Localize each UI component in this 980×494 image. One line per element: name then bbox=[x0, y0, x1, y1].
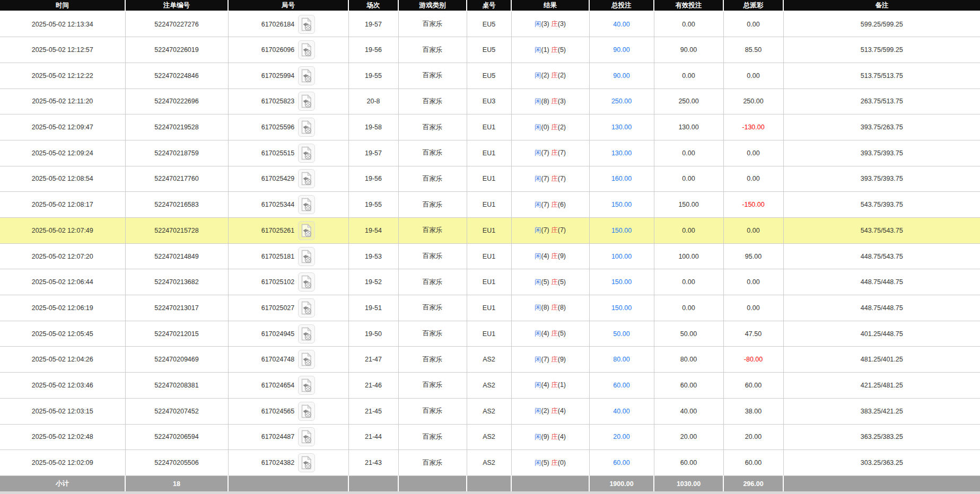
banker-result-value: (0) bbox=[558, 459, 566, 466]
table-row[interactable]: 2025-05-02 12:05:45 522470212015 6170249… bbox=[0, 321, 980, 347]
total-payout-cell: 47.50 bbox=[723, 321, 783, 347]
table-row[interactable]: 2025-05-02 12:07:49 522470215728 6170252… bbox=[0, 218, 980, 244]
video-playback-button[interactable] bbox=[298, 15, 315, 34]
video-playback-button[interactable] bbox=[298, 118, 315, 137]
round-id-cell: 617025823 bbox=[228, 89, 348, 114]
table-row[interactable]: 2025-05-02 12:12:57 522470226019 6170260… bbox=[0, 37, 980, 63]
game-type-cell: 百家乐 bbox=[398, 398, 467, 424]
video-playback-button[interactable] bbox=[298, 350, 315, 369]
subtotal-empty-cell bbox=[398, 475, 467, 491]
valid-bet-cell: 0.00 bbox=[654, 63, 723, 89]
round-id-value: 617026096 bbox=[261, 46, 295, 54]
video-playback-button[interactable] bbox=[298, 402, 315, 421]
total-bet-link[interactable]: 130.00 bbox=[611, 149, 632, 157]
col-header-total-bet: 总投注 bbox=[589, 0, 654, 11]
result-cell: 闲(7) 庄(6) bbox=[511, 192, 589, 218]
total-bet-link[interactable]: 150.00 bbox=[611, 278, 632, 286]
video-playback-button[interactable] bbox=[298, 195, 315, 214]
banker-result-value: (8) bbox=[558, 304, 566, 311]
video-playback-icon bbox=[301, 43, 312, 57]
banker-result-label: 庄 bbox=[551, 304, 558, 311]
total-bet-link[interactable]: 150.00 bbox=[611, 304, 632, 312]
table-row[interactable]: 2025-05-02 12:06:19 522470213017 6170250… bbox=[0, 295, 980, 321]
total-bet-link[interactable]: 90.00 bbox=[613, 72, 629, 80]
total-bet-link[interactable]: 150.00 bbox=[611, 227, 632, 234]
player-result-label: 闲 bbox=[535, 46, 541, 54]
valid-bet-cell: 130.00 bbox=[654, 114, 723, 140]
total-bet-link[interactable]: 80.00 bbox=[613, 356, 629, 363]
table-body: 2025-05-02 12:13:34 522470227276 6170261… bbox=[0, 11, 980, 475]
player-result-value: (7) bbox=[541, 201, 549, 208]
video-playback-button[interactable] bbox=[298, 453, 315, 472]
total-bet-link[interactable]: 160.00 bbox=[611, 175, 632, 182]
player-result-label: 闲 bbox=[535, 149, 541, 156]
table-row[interactable]: 2025-05-02 12:03:15 522470207452 6170245… bbox=[0, 398, 980, 424]
table-row[interactable]: 2025-05-02 12:04:26 522470209469 6170247… bbox=[0, 347, 980, 373]
bet-id-cell: 522470216583 bbox=[125, 192, 228, 218]
remark-cell: 513.75/513.75 bbox=[783, 63, 980, 89]
total-bet-link[interactable]: 20.00 bbox=[613, 433, 629, 440]
banker-result-label: 庄 bbox=[551, 459, 558, 466]
table-row[interactable]: 2025-05-02 12:06:44 522470213682 6170251… bbox=[0, 269, 980, 295]
total-bet-link[interactable]: 60.00 bbox=[613, 459, 629, 466]
total-bet-link[interactable]: 150.00 bbox=[611, 201, 632, 208]
table-row[interactable]: 2025-05-02 12:13:34 522470227276 6170261… bbox=[0, 11, 980, 37]
video-playback-button[interactable] bbox=[298, 427, 315, 446]
round-id-cell: 617025344 bbox=[228, 192, 348, 218]
table-row[interactable]: 2025-05-02 12:12:22 522470224846 6170259… bbox=[0, 63, 980, 89]
remark-cell: 421.25/481.25 bbox=[783, 373, 980, 399]
remark-cell: 363.25/383.25 bbox=[783, 424, 980, 450]
video-playback-icon bbox=[301, 327, 312, 341]
total-payout-cell: 250.00 bbox=[723, 89, 783, 114]
col-header-game-type: 游戏类别 bbox=[398, 0, 467, 11]
video-playback-button[interactable] bbox=[298, 324, 315, 343]
video-playback-button[interactable] bbox=[298, 92, 315, 111]
table-row[interactable]: 2025-05-02 12:11:20 522470222696 6170258… bbox=[0, 89, 980, 114]
total-bet-link[interactable]: 40.00 bbox=[613, 408, 629, 415]
remark-cell: 448.75/448.75 bbox=[783, 269, 980, 295]
table-row[interactable]: 2025-05-02 12:08:17 522470216583 6170253… bbox=[0, 192, 980, 218]
video-playback-button[interactable] bbox=[298, 40, 315, 59]
table-row[interactable]: 2025-05-02 12:09:24 522470218759 6170255… bbox=[0, 140, 980, 166]
round-id-value: 617025515 bbox=[261, 149, 295, 157]
banker-result-label: 庄 bbox=[551, 356, 558, 363]
table-row[interactable]: 2025-05-02 12:07:20 522470214849 6170251… bbox=[0, 243, 980, 269]
banker-result-label: 庄 bbox=[551, 175, 558, 182]
banker-result-label: 庄 bbox=[551, 381, 558, 389]
total-bet-link[interactable]: 100.00 bbox=[611, 253, 632, 260]
total-bet-link[interactable]: 130.00 bbox=[611, 124, 632, 131]
video-playback-button[interactable] bbox=[298, 272, 315, 292]
player-result-value: (1) bbox=[541, 46, 549, 54]
game-type-cell: 百家乐 bbox=[398, 166, 467, 192]
result-cell: 闲(5) 庄(0) bbox=[511, 450, 589, 476]
total-bet-link[interactable]: 40.00 bbox=[613, 21, 629, 28]
table-row[interactable]: 2025-05-02 12:08:54 522470217760 6170254… bbox=[0, 166, 980, 192]
game-type-cell: 百家乐 bbox=[398, 269, 467, 295]
total-bet-link[interactable]: 250.00 bbox=[611, 98, 632, 105]
round-id-cell: 617024565 bbox=[228, 398, 348, 424]
video-playback-button[interactable] bbox=[298, 247, 315, 266]
total-bet-link[interactable]: 90.00 bbox=[613, 46, 629, 54]
video-playback-button[interactable] bbox=[298, 376, 315, 395]
table-row[interactable]: 2025-05-02 12:09:47 522470219528 6170255… bbox=[0, 114, 980, 140]
video-playback-button[interactable] bbox=[298, 66, 315, 85]
player-result-label: 闲 bbox=[535, 98, 541, 105]
video-playback-button[interactable] bbox=[298, 144, 315, 163]
table-row[interactable]: 2025-05-02 12:02:48 522470206594 6170244… bbox=[0, 424, 980, 450]
banker-result-value: (5) bbox=[558, 330, 566, 337]
table-row[interactable]: 2025-05-02 12:03:46 522470208381 6170246… bbox=[0, 373, 980, 399]
table-row[interactable]: 2025-05-02 12:02:09 522470205506 6170243… bbox=[0, 450, 980, 476]
video-playback-button[interactable] bbox=[298, 169, 315, 188]
round-id-value: 617025102 bbox=[261, 278, 295, 286]
remark-cell: 383.25/421.25 bbox=[783, 398, 980, 424]
total-bet-link[interactable]: 50.00 bbox=[613, 330, 629, 338]
table-no-cell: EU1 bbox=[467, 140, 511, 166]
result-cell: 闲(7) 庄(7) bbox=[511, 140, 589, 166]
video-playback-button[interactable] bbox=[298, 298, 315, 317]
video-playback-icon bbox=[301, 250, 312, 263]
table-no-cell: AS2 bbox=[467, 347, 511, 373]
total-bet-link[interactable]: 60.00 bbox=[613, 382, 629, 389]
video-playback-button[interactable] bbox=[298, 221, 315, 240]
total-payout-cell: 0.00 bbox=[723, 11, 783, 37]
banker-result-label: 庄 bbox=[551, 72, 558, 79]
